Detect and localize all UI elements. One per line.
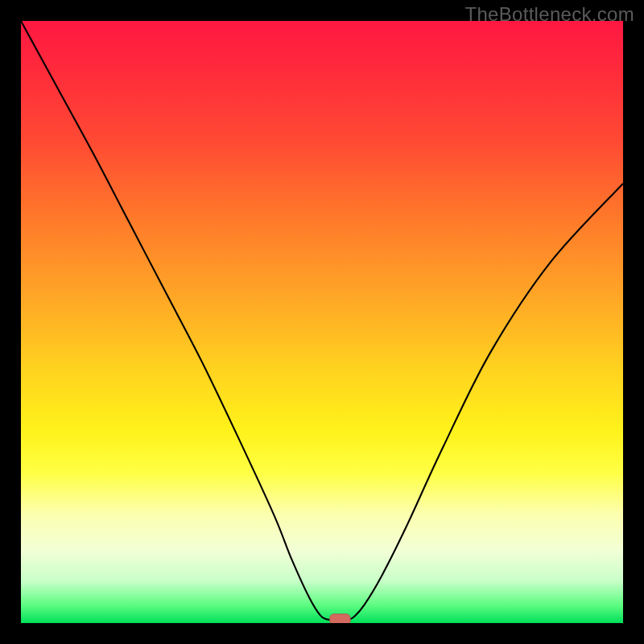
- bottleneck-curve: [21, 21, 623, 621]
- plot-area: [21, 21, 623, 623]
- marker-bead: [330, 614, 350, 623]
- chart-svg: [21, 21, 623, 623]
- chart-frame: TheBottleneck.com: [0, 0, 644, 644]
- watermark: TheBottleneck.com: [464, 3, 634, 26]
